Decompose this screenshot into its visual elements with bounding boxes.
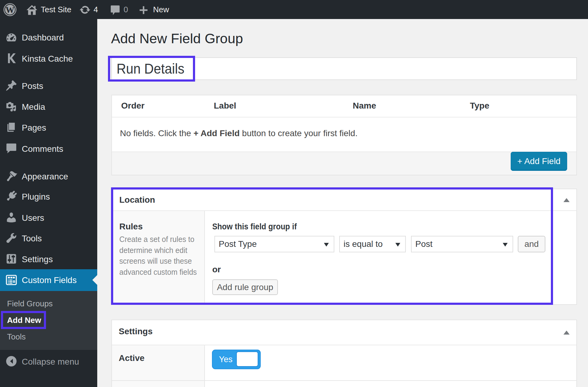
svg-text:W: W xyxy=(6,5,14,15)
